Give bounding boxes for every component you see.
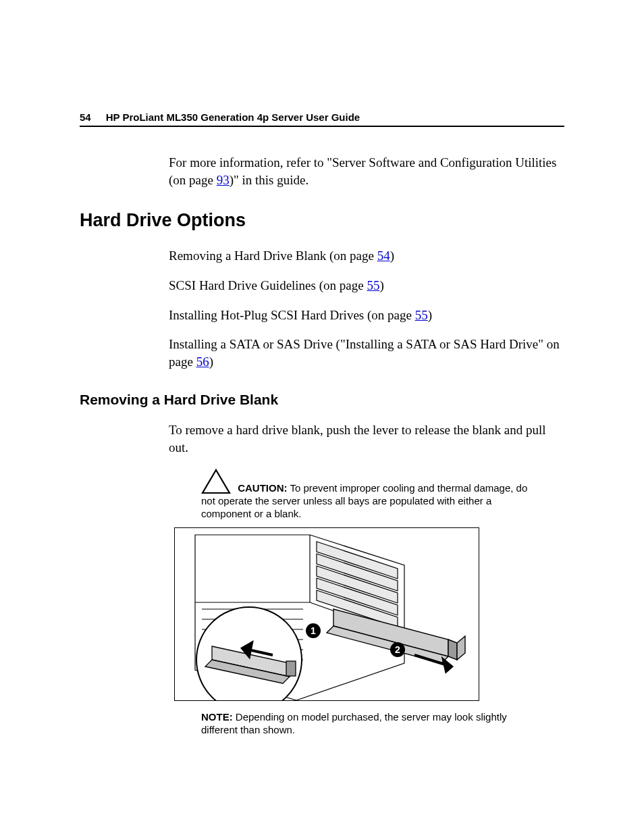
svg-marker-18 bbox=[448, 640, 457, 660]
caution-block: CAUTION: To prevent improper cooling and… bbox=[201, 469, 537, 521]
toc2-before: SCSI Hard Drive Guidelines (on page bbox=[169, 278, 367, 292]
toc1-before: Removing a Hard Drive Blank (on page bbox=[169, 249, 377, 263]
toc1-after: ) bbox=[390, 249, 394, 263]
intro-text-after: )" in this guide. bbox=[230, 173, 309, 187]
caution-triangle-icon bbox=[201, 469, 231, 494]
note-label: NOTE: bbox=[201, 711, 233, 723]
doc-title: HP ProLiant ML350 Generation 4p Server U… bbox=[106, 111, 360, 123]
running-header: 54HP ProLiant ML350 Generation 4p Server… bbox=[80, 111, 564, 127]
section-heading-hard-drive-options: Hard Drive Options bbox=[80, 210, 564, 231]
toc-item-1: Removing a Hard Drive Blank (on page 54) bbox=[169, 247, 564, 265]
link-page-55b[interactable]: 55 bbox=[415, 308, 428, 322]
toc3-after: ) bbox=[428, 308, 432, 322]
figure-remove-drive-blank: 1 2 bbox=[174, 527, 564, 701]
page: 54HP ProLiant ML350 Generation 4p Server… bbox=[0, 0, 644, 798]
toc-item-4: Installing a SATA or SAS Drive ("Install… bbox=[169, 336, 564, 370]
page-number: 54 bbox=[80, 111, 91, 123]
toc4-after: ) bbox=[209, 355, 213, 369]
svg-marker-0 bbox=[203, 470, 230, 493]
link-page-55a[interactable]: 55 bbox=[367, 278, 379, 292]
toc4-before: Installing a SATA or SAS Drive ("Install… bbox=[169, 337, 560, 369]
link-page-93[interactable]: 93 bbox=[217, 173, 230, 187]
link-page-56[interactable]: 56 bbox=[196, 355, 209, 369]
figure-frame: 1 2 bbox=[174, 527, 479, 701]
toc2-after: ) bbox=[379, 278, 383, 292]
intro-paragraph: For more information, refer to "Server S… bbox=[169, 154, 564, 188]
toc3-before: Installing Hot-Plug SCSI Hard Drives (on… bbox=[169, 308, 415, 322]
svg-rect-25 bbox=[286, 661, 296, 676]
caution-label: CAUTION: bbox=[238, 481, 287, 493]
svg-marker-19 bbox=[457, 636, 465, 660]
figure-callout-1: 1 bbox=[311, 625, 316, 636]
drive-blank-illustration-svg: 1 2 bbox=[175, 528, 479, 700]
subsection-heading-removing-blank: Removing a Hard Drive Blank bbox=[80, 392, 564, 408]
note-block: NOTE: Depending on model purchased, the … bbox=[201, 710, 537, 737]
link-page-54[interactable]: 54 bbox=[377, 249, 390, 263]
toc-item-2: SCSI Hard Drive Guidelines (on page 55) bbox=[169, 277, 564, 294]
instruction-paragraph: To remove a hard drive blank, push the l… bbox=[169, 421, 564, 456]
svg-marker-21 bbox=[444, 660, 452, 671]
toc-item-3: Installing Hot-Plug SCSI Hard Drives (on… bbox=[169, 307, 564, 324]
figure-callout-2: 2 bbox=[395, 644, 400, 655]
note-text: Depending on model purchased, the server… bbox=[201, 711, 507, 736]
